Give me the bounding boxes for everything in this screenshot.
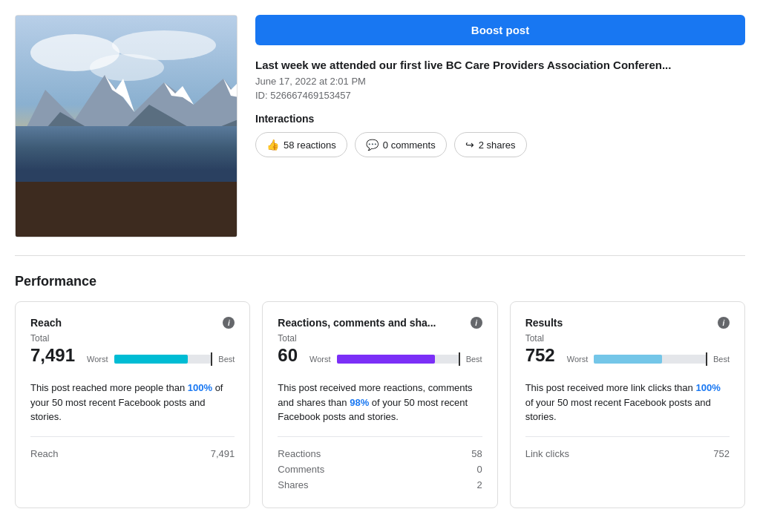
results-info-icon[interactable]: i [718, 317, 730, 329]
svg-point-15 [51, 181, 69, 199]
reactions-description: This post received more reactions, comme… [278, 381, 482, 424]
performance-section: Performance Reach i Total 7,491 Worst [15, 274, 745, 508]
reactions-total-label: Total [278, 333, 482, 344]
reactions-stat-row-0: Reactions 58 [278, 446, 482, 462]
svg-point-23 [177, 179, 195, 197]
reactions-count: 58 reactions [284, 139, 336, 151]
reactions-stat-name-1: Comments [278, 464, 324, 475]
interactions-label: Interactions [255, 113, 745, 125]
results-card-title: Results [525, 317, 563, 329]
reactions-highlight: 98% [350, 397, 369, 408]
reactions-progress-bar [337, 355, 436, 364]
reach-stats: Reach 7,491 [30, 446, 235, 462]
shares-count: 2 shares [479, 139, 516, 151]
reactions-stat-value-1: 0 [476, 464, 482, 475]
performance-cards-row: Reach i Total 7,491 Worst Best [15, 301, 745, 508]
results-stats: Link clicks 752 [525, 446, 730, 462]
thumbs-up-icon: 👍 [266, 139, 279, 151]
reactions-button[interactable]: 👍 58 reactions [255, 132, 347, 157]
reactions-progress-marker [459, 352, 460, 366]
reach-stat-value: 7,491 [211, 448, 235, 459]
post-section: Boost post Last week we attended our fir… [15, 15, 745, 256]
main-container: Boost post Last week we attended our fir… [0, 0, 760, 523]
reactions-stat-value-0: 58 [471, 448, 482, 459]
svg-point-3 [90, 54, 164, 81]
reach-card-header: Reach i [30, 317, 235, 329]
results-stat-value-0: 752 [713, 448, 730, 459]
results-best-label: Best [713, 355, 730, 364]
reactions-card: Reactions, comments and sha... i Total 6… [262, 301, 497, 508]
reach-progress-bar [114, 355, 189, 364]
post-date: June 17, 2022 at 2:01 PM [255, 76, 745, 87]
comment-icon: 💬 [366, 139, 379, 151]
reactions-worst-label: Worst [309, 355, 331, 364]
reactions-divider [278, 436, 482, 437]
reactions-stat-name-2: Shares [278, 479, 308, 490]
performance-title: Performance [15, 274, 745, 289]
comments-button[interactable]: 💬 0 comments [355, 132, 447, 157]
results-total-label: Total [525, 333, 730, 344]
reactions-info-icon[interactable]: i [471, 317, 482, 329]
reach-progress-marker [211, 352, 212, 366]
results-card-header: Results i [525, 317, 730, 329]
reactions-card-header: Reactions, comments and sha... i [278, 317, 482, 329]
reactions-stat-value-2: 2 [476, 479, 482, 490]
shares-button[interactable]: ↪ 2 shares [454, 132, 527, 157]
results-description: This post received more link clicks than… [525, 381, 730, 424]
reach-description: This post reached more people than 100% … [30, 381, 235, 424]
boost-post-button[interactable]: Boost post [255, 15, 745, 45]
reactions-stat-name-0: Reactions [278, 448, 321, 459]
reactions-best-label: Best [466, 355, 482, 364]
share-icon: ↪ [465, 139, 474, 151]
reach-progress-bar-container [114, 355, 213, 364]
reach-divider [30, 436, 235, 437]
svg-rect-16 [53, 199, 68, 221]
reactions-progress-bar-container [337, 355, 460, 364]
results-progress-bar [594, 355, 662, 364]
reach-highlight: 100% [188, 382, 212, 393]
results-highlight: 100% [695, 382, 720, 393]
reach-card: Reach i Total 7,491 Worst Best [15, 301, 250, 508]
reach-stat-row: Reach 7,491 [30, 446, 235, 462]
svg-rect-9 [16, 186, 238, 237]
reach-worst-label: Worst [87, 355, 108, 364]
post-id: ID: 526667469153457 [255, 90, 745, 101]
reactions-stat-row-2: Shares 2 [278, 477, 482, 493]
svg-point-21 [147, 175, 166, 194]
svg-rect-24 [179, 197, 194, 220]
results-worst-label: Worst [567, 355, 589, 364]
results-stat-row-0: Link clicks 752 [525, 446, 730, 462]
post-image [15, 15, 238, 237]
post-right-panel: Boost post Last week we attended our fir… [255, 15, 745, 237]
results-progress-marker [706, 352, 707, 366]
reach-stat-name: Reach [30, 448, 59, 459]
reactions-card-title: Reactions, comments and sha... [278, 317, 436, 329]
reach-info-icon[interactable]: i [223, 317, 235, 329]
svg-rect-10 [16, 168, 238, 174]
comments-count: 0 comments [383, 139, 436, 151]
svg-point-17 [80, 177, 99, 196]
svg-rect-18 [81, 196, 97, 220]
svg-rect-20 [114, 189, 132, 219]
results-divider [525, 436, 730, 437]
results-progress-bar-container [594, 355, 707, 364]
results-value: 752 [525, 345, 555, 366]
results-stat-name-0: Link clicks [525, 448, 569, 459]
reach-best-label: Best [218, 355, 235, 364]
svg-rect-22 [148, 194, 164, 220]
reach-total-label: Total [30, 333, 235, 344]
reactions-value: 60 [278, 345, 298, 366]
results-card: Results i Total 752 Worst Best [510, 301, 745, 508]
reach-value: 7,491 [30, 345, 75, 366]
svg-point-19 [113, 168, 134, 189]
reactions-stat-row-1: Comments 0 [278, 462, 482, 477]
post-title: Last week we attended our first live BC … [255, 57, 745, 73]
interactions-buttons: 👍 58 reactions 💬 0 comments ↪ 2 shares [255, 132, 745, 157]
reach-card-title: Reach [30, 317, 62, 329]
reactions-stats: Reactions 58 Comments 0 Shares 2 [278, 446, 482, 493]
